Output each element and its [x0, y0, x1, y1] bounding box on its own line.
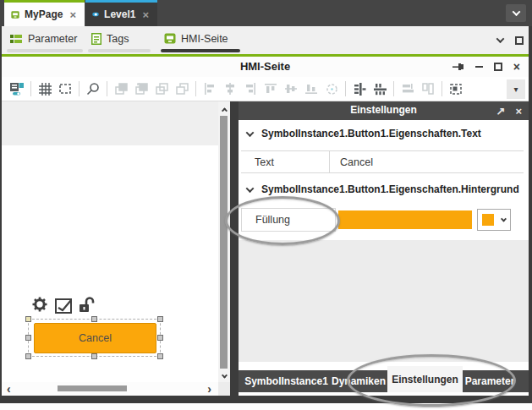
- undock-icon[interactable]: ↗: [496, 105, 506, 118]
- panel-strip: [239, 362, 529, 370]
- toolbar-overflow-button[interactable]: ▾: [507, 79, 525, 99]
- align-center-icon[interactable]: [220, 79, 240, 99]
- property-label-cell[interactable]: Text: [241, 151, 330, 172]
- pin-icon[interactable]: [452, 62, 464, 72]
- bring-to-front-icon[interactable]: [111, 79, 131, 99]
- scrollbar-corner: [218, 382, 230, 396]
- section-background-header[interactable]: SymbolInstance1.Button1.Eigenschaften.Hi…: [239, 176, 529, 203]
- distribute-horizontal-icon[interactable]: [349, 79, 370, 99]
- selection-frame-icon[interactable]: [446, 79, 466, 99]
- tab-symbolinstance1[interactable]: SymbolInstance1: [243, 370, 330, 392]
- toolbar-separator: [30, 81, 31, 96]
- minimize-icon[interactable]: [475, 66, 483, 68]
- tab-underline: [88, 49, 151, 52]
- horizontal-scrollbar[interactable]: ‹ ›: [2, 382, 218, 396]
- unlock-icon[interactable]: [79, 296, 95, 314]
- section-text-header[interactable]: SymbolInstance1.Button1.Eigenschaften.Te…: [239, 120, 529, 147]
- tab-einstellungen[interactable]: Einstellungen: [387, 366, 463, 392]
- scroll-up-icon[interactable]: [218, 103, 230, 115]
- screen-editor-icon[interactable]: [7, 79, 27, 99]
- align-right-icon[interactable]: [240, 79, 261, 99]
- color-swatch: [482, 214, 494, 226]
- settings-panel: Einstellungen ↗ × SymbolInstance1.Button…: [239, 101, 529, 392]
- canvas-cancel-button[interactable]: Cancel: [34, 323, 156, 353]
- bring-forward-icon[interactable]: [131, 79, 151, 99]
- selection-handle[interactable]: [157, 335, 163, 341]
- editor-tabbar: Parameter Tags HMI-Seite: [2, 26, 529, 54]
- fill-color-dropdown[interactable]: [477, 209, 511, 231]
- selection-handle[interactable]: [25, 316, 31, 322]
- panel-splitter[interactable]: [230, 101, 239, 403]
- doc-tab-mypage[interactable]: MyPage ×: [4, 0, 85, 26]
- align-top-icon[interactable]: [261, 79, 281, 99]
- distribute-vertical-icon[interactable]: [370, 79, 390, 99]
- toolbar-separator: [345, 81, 346, 96]
- panel-bottom-tabbar: SymbolInstance1 Dynamiken Einstellungen …: [239, 370, 529, 392]
- tags-icon: [91, 33, 101, 45]
- window-border: [0, 396, 532, 403]
- tab-label: HMI-Seite: [181, 33, 228, 45]
- toolbar-separator: [393, 81, 394, 96]
- property-value-cell[interactable]: Cancel: [330, 151, 524, 172]
- tab-underline: [7, 49, 83, 52]
- selection-handle[interactable]: [157, 316, 163, 322]
- rotate-icon[interactable]: [321, 79, 342, 99]
- snap-area-icon[interactable]: [55, 79, 75, 99]
- align-middle-icon[interactable]: [281, 79, 301, 99]
- panel-empty-area: [239, 240, 529, 362]
- selection-handle[interactable]: [25, 335, 31, 341]
- same-height-icon[interactable]: [418, 79, 438, 99]
- grid-icon[interactable]: [35, 79, 55, 99]
- tabbar-overflow-button[interactable]: [506, 4, 526, 22]
- vertical-scrollbar[interactable]: [218, 101, 230, 382]
- app-window: MyPage × Level1 × Parameter: [0, 0, 532, 410]
- maximize-icon[interactable]: [494, 63, 502, 71]
- selection-handle[interactable]: [91, 316, 97, 322]
- tab-hmi-seite[interactable]: HMI-Seite: [161, 26, 240, 54]
- object-indicator-icons: [30, 294, 95, 314]
- same-width-icon[interactable]: [398, 79, 418, 99]
- selection-handle[interactable]: [25, 353, 31, 359]
- tab-parameter[interactable]: Parameter: [7, 26, 83, 54]
- editor-tabbar-controls: [497, 26, 524, 54]
- close-icon[interactable]: ×: [515, 105, 522, 118]
- maximize-icon[interactable]: [515, 36, 524, 45]
- align-bottom-icon[interactable]: [301, 79, 321, 99]
- scroll-right-icon[interactable]: ›: [207, 382, 211, 396]
- hmi-page-icon: [11, 9, 19, 20]
- tab-dynamiken[interactable]: Dynamiken: [330, 370, 387, 392]
- send-to-back-icon[interactable]: [172, 79, 192, 99]
- selection-handle[interactable]: [91, 353, 97, 359]
- align-left-icon[interactable]: [200, 79, 220, 99]
- close-icon[interactable]: ×: [513, 61, 520, 73]
- chevron-down-icon[interactable]: [496, 35, 505, 43]
- tab-label: Tags: [107, 33, 129, 45]
- close-tab-icon[interactable]: ×: [140, 8, 151, 21]
- fill-color-preview[interactable]: [338, 210, 472, 229]
- selection-handle[interactable]: [157, 353, 163, 359]
- send-backward-icon[interactable]: [151, 79, 172, 99]
- zoom-icon[interactable]: [83, 79, 103, 99]
- settings-panel-header[interactable]: Einstellungen ↗ ×: [239, 101, 529, 120]
- toolbar: ▾: [2, 77, 529, 101]
- toolbar-separator: [79, 81, 80, 96]
- toggle-icon: [92, 10, 99, 19]
- fill-property-label[interactable]: Füllung: [241, 208, 336, 232]
- tab-parameter-bottom[interactable]: Parameter: [463, 370, 517, 392]
- overflow-icon: ▾: [513, 85, 518, 94]
- dynamics-chart-icon[interactable]: [55, 298, 74, 314]
- gear-icon[interactable]: [30, 294, 50, 314]
- toolbar-separator: [107, 81, 107, 96]
- tab-tags[interactable]: Tags: [88, 26, 151, 54]
- design-canvas[interactable]: Cancel: [2, 101, 218, 382]
- toolbar-separator: [195, 81, 196, 96]
- scroll-down-icon[interactable]: [218, 370, 230, 382]
- section-title: SymbolInstance1.Button1.Eigenschaften.Hi…: [261, 183, 519, 195]
- horizontal-scroll-thumb[interactable]: [58, 385, 127, 391]
- doc-tab-label: Level1: [104, 8, 135, 20]
- vertical-scroll-thumb[interactable]: [220, 116, 228, 369]
- close-tab-icon[interactable]: ×: [68, 8, 78, 21]
- chevron-down-icon: [246, 128, 255, 137]
- scroll-left-icon[interactable]: ‹: [7, 382, 11, 396]
- doc-tab-level1[interactable]: Level1 ×: [85, 0, 157, 26]
